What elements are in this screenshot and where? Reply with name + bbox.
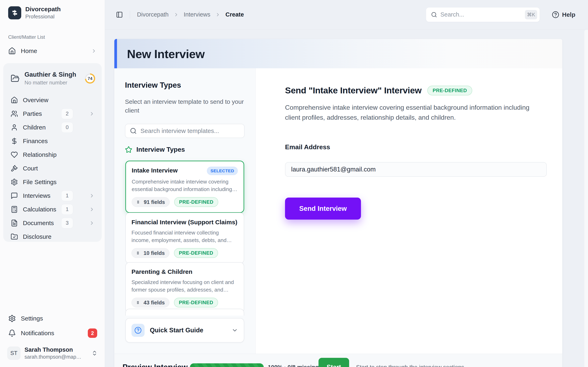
fields-count-label: 43 fields — [144, 300, 165, 306]
email-address-label: Email Address — [285, 143, 330, 151]
progress-status: 100% · 0/8 missing — [268, 364, 319, 367]
search-shortcut-badge: ⌘K — [525, 10, 537, 19]
template-card-partial[interactable] — [125, 309, 244, 316]
brand: Divorcepath Professional — [8, 6, 61, 20]
divider — [130, 11, 130, 18]
users-icon — [11, 110, 18, 117]
sidebar-item-documents[interactable]: Documents 3 — [7, 216, 98, 230]
sidebar-item-finances[interactable]: Finances — [7, 134, 98, 148]
template-card-financial-interview[interactable]: Financial Interview (Support Claims) Foc… — [125, 213, 244, 264]
sidebar-item-relationship[interactable]: Relationship — [7, 148, 98, 161]
start-hint: Start to step through the interview sect… — [356, 364, 464, 367]
help-button[interactable]: Help — [552, 11, 575, 18]
search-icon — [431, 12, 437, 18]
pre-defined-tag: PRE-DEFINED — [174, 248, 218, 258]
sidebar-item-label: Overview — [23, 97, 48, 104]
interview-progress-fill — [190, 363, 264, 367]
preview-interview-label: Preview Interview — [122, 363, 188, 367]
documents-count-badge: 3 — [61, 218, 73, 228]
breadcrumb: Divorcepath Interviews Create — [137, 11, 244, 18]
sidebar-item-calculations[interactable]: Calculations 1 — [7, 202, 98, 216]
sidebar-item-label: Relationship — [23, 151, 57, 158]
template-description: Focused financial interview collecting i… — [131, 229, 238, 244]
sidebar-item-file-settings[interactable]: File Settings — [7, 175, 98, 189]
sidebar-item-parties[interactable]: Parties 2 — [7, 107, 98, 120]
sidebar-toggle-button[interactable] — [116, 11, 123, 18]
sidebar-item-label: Finances — [23, 138, 48, 145]
help-circle-icon — [552, 11, 559, 18]
heart-icon — [11, 151, 18, 158]
template-card-parenting-children[interactable]: Parenting & Children Specialized intervi… — [125, 262, 244, 313]
sidebar-item-settings[interactable]: Settings — [4, 311, 100, 326]
avatar: ST — [7, 347, 20, 360]
sidebar-item-label: Interviews — [23, 192, 51, 199]
children-count-badge: 0 — [61, 122, 73, 133]
user-icon — [11, 124, 18, 131]
content-card: New Interview Interview Types Select an … — [114, 39, 562, 367]
breadcrumb-interviews[interactable]: Interviews — [184, 11, 210, 18]
sidebar-item-label: Home — [21, 48, 37, 54]
star-icon — [125, 146, 132, 153]
quick-start-guide[interactable]: Quick Start Guide — [125, 318, 244, 342]
sidebar-item-notifications[interactable]: Notifications 2 — [4, 325, 100, 341]
notifications-count-badge: 2 — [88, 328, 97, 338]
template-card-intake-interview[interactable]: Intake Interview SELECTED Comprehensive … — [125, 161, 244, 213]
gear-icon — [11, 178, 18, 186]
global-search-input[interactable]: Search... ⌘K — [426, 8, 540, 22]
panel-heading: Interview Types — [125, 81, 181, 90]
search-placeholder: Search... — [440, 11, 522, 18]
dollar-icon — [11, 137, 18, 145]
client-header[interactable]: Gauthier & Singh No matter number 74 — [7, 67, 98, 89]
list-icon — [136, 250, 141, 256]
list-icon — [136, 200, 141, 205]
quick-start-label: Quick Start Guide — [150, 327, 226, 334]
help-circle-icon — [131, 324, 145, 337]
send-interview-panel: Send "Intake Interview" Interview PRE-DE… — [256, 68, 562, 354]
chevrons-up-down-icon — [91, 350, 98, 356]
chevron-right-icon — [89, 207, 95, 212]
page-header: New Interview — [114, 39, 562, 68]
divorcepath-logo-icon — [8, 6, 21, 19]
header-accent-bar — [114, 39, 117, 68]
sidebar-item-court[interactable]: Court — [7, 161, 98, 175]
chevron-right-icon — [215, 12, 221, 17]
sidebar-item-interviews[interactable]: Interviews 1 — [7, 189, 98, 202]
chevron-right-icon — [89, 220, 95, 226]
sidebar-item-children[interactable]: Children 0 — [7, 120, 98, 134]
start-button[interactable]: Start — [319, 358, 349, 367]
sidebar-item-home[interactable]: Home — [4, 43, 100, 59]
send-interview-button[interactable]: Send Interview — [285, 198, 361, 220]
list-heading-label: Interview Types — [136, 146, 185, 153]
send-panel-title: Send "Intake Interview" Interview — [285, 85, 422, 95]
help-label: Help — [562, 11, 575, 18]
sidebar-item-label: Disclosure — [23, 233, 52, 240]
sidebar-item-label: Calculations — [23, 206, 56, 213]
template-search-input[interactable]: Search interview templates... — [125, 124, 245, 138]
breadcrumb-current: Create — [225, 11, 244, 18]
sidebar-item-disclosure[interactable]: Disclosure — [7, 230, 98, 243]
breadcrumb-home[interactable]: Divorcepath — [137, 11, 169, 18]
selected-badge: SELECTED — [207, 167, 238, 175]
client-matter-group: Gauthier & Singh No matter number 74 Ove… — [3, 63, 102, 242]
panel-description: Select an interview template to send to … — [125, 97, 245, 115]
search-icon — [130, 127, 137, 134]
fields-count-label: 10 fields — [144, 250, 165, 256]
chevron-right-icon — [91, 48, 97, 54]
sidebar-item-label: Settings — [21, 315, 43, 322]
sidebar-item-overview[interactable]: Overview — [7, 93, 98, 107]
list-icon — [136, 300, 141, 305]
sidebar-item-label: File Settings — [23, 179, 57, 185]
interview-types-panel: Interview Types Select an interview temp… — [114, 68, 256, 354]
gavel-icon — [11, 165, 18, 172]
template-search-placeholder: Search interview templates... — [140, 127, 219, 134]
client-subtitle: No matter number — [25, 80, 80, 86]
scrollbar-track[interactable] — [584, 30, 588, 367]
file-text-icon — [11, 219, 18, 227]
interviews-count-badge: 1 — [61, 191, 73, 201]
sidebar-item-label: Documents — [23, 220, 54, 226]
client-nav: Overview Parties 2 Children 0 — [7, 93, 98, 243]
email-field[interactable] — [285, 162, 547, 177]
user-menu[interactable]: ST Sarah Thompson sarah.thompson@maplele… — [4, 344, 100, 363]
sidebar-item-label: Notifications — [21, 330, 54, 337]
template-title: Parenting & Children — [131, 268, 192, 276]
